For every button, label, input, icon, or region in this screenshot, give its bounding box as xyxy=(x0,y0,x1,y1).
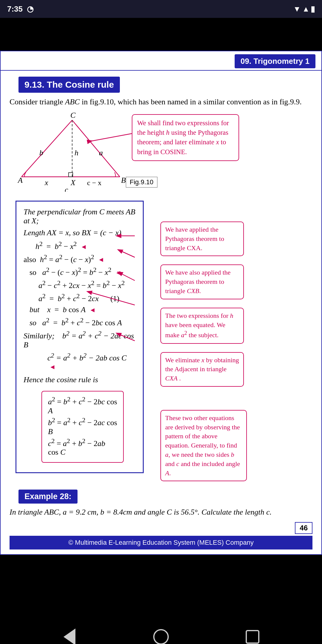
top-black-bar xyxy=(0,18,322,51)
battery-icon: ▮ xyxy=(311,4,315,14)
signal-icon: ▴ xyxy=(304,4,308,14)
svg-text:b: b xyxy=(39,148,43,157)
example-label: Example 28: xyxy=(18,490,78,504)
svg-text:B: B xyxy=(121,176,126,185)
derivation-wrapper: The perpendicular from C meets AB at X; … xyxy=(7,198,315,481)
diagram-annotation: We shall find two expressions for the he… xyxy=(132,114,239,161)
status-right: ▼ ▴ ▮ xyxy=(293,4,315,14)
svg-text:a: a xyxy=(99,148,103,157)
section-heading: 9.13. The Cosine rule xyxy=(18,77,120,93)
svg-text:X: X xyxy=(70,178,76,187)
svg-text:C: C xyxy=(70,111,76,120)
deriv-line1: The perpendicular from C meets AB at X; xyxy=(24,208,135,225)
chapter-title-box: 09. Trigonometry 1 xyxy=(235,54,315,68)
annotations-column: We have applied the Pythagoras theorem t… xyxy=(153,198,315,481)
time-display: 7:35 xyxy=(7,4,23,14)
wifi-icon: ▼ xyxy=(293,4,301,14)
derivation-row: The perpendicular from C meets AB at X; … xyxy=(7,198,315,481)
annotation-1: We have applied the Pythagoras theorem t… xyxy=(160,222,244,256)
cosine-summary-box: a2 = b2 + c2 − 2bc cos A b2 = a2 + c2 − … xyxy=(41,391,124,463)
svg-text:c: c xyxy=(65,185,68,192)
home-icon xyxy=(153,629,169,644)
page-container: 09. Trigonometry 1 9.13. The Cosine rule… xyxy=(0,51,322,555)
status-left: 7:35 ◔ xyxy=(7,4,34,14)
home-button[interactable] xyxy=(151,626,171,644)
footer-bar: © Multimedia E-Learning Education System… xyxy=(10,536,312,549)
bottom-black-bar xyxy=(0,555,322,644)
fig-label: Fig.9.10 xyxy=(126,177,157,188)
nav-bar xyxy=(0,626,322,644)
deriv-line12: Hence the cosine rule is xyxy=(24,375,136,384)
triangle-diagram: A B C X b a h x c − x c xyxy=(7,111,132,192)
page-num-row: 46 xyxy=(1,521,321,536)
recents-button[interactable] xyxy=(242,626,263,644)
svg-text:c − x: c − x xyxy=(87,179,101,187)
deriv-line2: Length AX = x, so BX = (c − x) xyxy=(24,228,121,237)
status-bar: 7:35 ◔ ▼ ▴ ▮ xyxy=(0,0,322,18)
page-number: 46 xyxy=(295,522,312,534)
intro-text: Consider triangle ABC in fig.9.10, which… xyxy=(1,97,321,111)
annotation-3: The two expressions for h have been equa… xyxy=(160,308,244,344)
example-text: In triangle ABC, a = 9.2 cm, b = 8.4cm a… xyxy=(1,508,321,521)
back-icon xyxy=(64,628,75,644)
annotation-5: These two other equations are derived by… xyxy=(160,410,247,482)
svg-line-1 xyxy=(21,120,72,177)
svg-text:A: A xyxy=(17,176,23,185)
annotation-2: We have also applied the Pythagoras theo… xyxy=(160,264,244,299)
svg-line-2 xyxy=(72,120,120,177)
chapter-header: 09. Trigonometry 1 xyxy=(1,51,321,71)
app-icon: ◔ xyxy=(27,4,34,14)
svg-text:x: x xyxy=(44,178,48,187)
svg-text:h: h xyxy=(75,148,78,157)
annotation-4: We eliminate x by obtaining the Adjacent… xyxy=(160,352,244,387)
blue-derivation-box: The perpendicular from C meets AB at X; … xyxy=(16,201,144,473)
diagram-area: A B C X b a h x c − x c Fig.9.10 xyxy=(1,111,321,198)
back-button[interactable] xyxy=(59,626,80,644)
recents-icon xyxy=(246,630,259,644)
